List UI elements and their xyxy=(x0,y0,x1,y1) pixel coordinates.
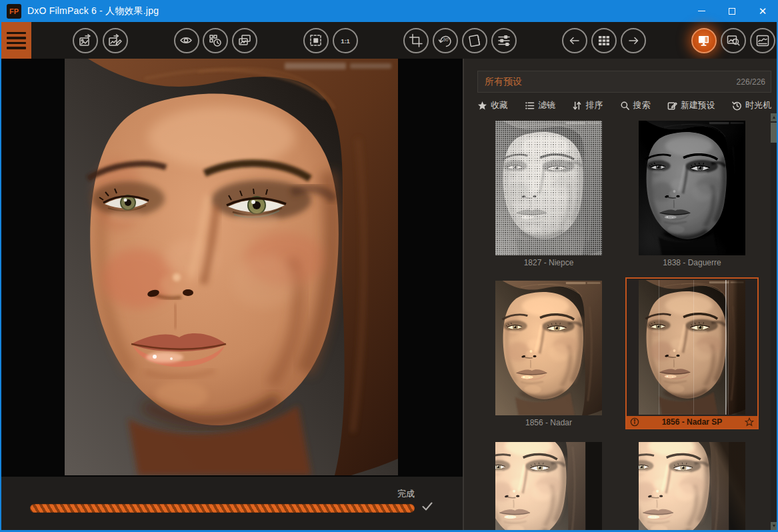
zoom-1-1-button[interactable]: 1:1 xyxy=(333,28,358,53)
export-edit-icon xyxy=(107,33,123,49)
adjustments-button[interactable] xyxy=(491,28,517,53)
main-photo[interactable] xyxy=(65,59,398,475)
preset-thumbnail-image xyxy=(639,442,745,530)
sliders-icon xyxy=(496,33,512,49)
export-to-disk-button[interactable] xyxy=(73,28,98,53)
preset-tile[interactable]: 1827 - Niepce xyxy=(482,117,615,268)
preset-tile[interactable] xyxy=(625,439,759,530)
favorite-star-icon[interactable] xyxy=(745,417,754,429)
preset-thumbnail[interactable] xyxy=(639,121,745,255)
thumbnail-grid-button[interactable] xyxy=(591,28,617,53)
one-to-one-icon: 1:1 xyxy=(337,33,353,49)
preset-thumbnail-image xyxy=(495,281,602,415)
crop-icon xyxy=(408,33,424,49)
titlebar[interactable]: FP DxO FilmPack 6 - 人物效果.jpg ✕ xyxy=(0,0,778,22)
rotate-90-icon: 90° xyxy=(437,33,453,49)
next-image-button[interactable] xyxy=(621,28,646,53)
new-preset-action[interactable]: 新建预设 xyxy=(667,99,715,111)
filter-action[interactable]: 滤镜 xyxy=(525,99,555,111)
frame-perspective-icon xyxy=(467,33,483,49)
sort-action[interactable]: 排序 xyxy=(572,99,603,111)
star-icon xyxy=(477,101,487,111)
fit-to-screen-button[interactable] xyxy=(303,28,329,53)
scrollbar-thumb[interactable] xyxy=(771,123,777,143)
close-button[interactable]: ✕ xyxy=(747,0,778,22)
presets-header[interactable]: 所有预设 226/226 xyxy=(477,71,771,93)
crop-button[interactable] xyxy=(403,28,429,53)
filter-list-icon xyxy=(525,101,535,111)
preset-thumbnail[interactable] xyxy=(495,281,602,415)
preset-tile[interactable] xyxy=(482,439,615,530)
svg-text:90°: 90° xyxy=(443,37,450,42)
preset-tile[interactable]: 1856 - Nadar SP xyxy=(625,277,759,429)
compare-zoom-button[interactable] xyxy=(721,28,746,53)
toolbar: 1:1 90° xyxy=(0,22,778,59)
grid-clock-icon xyxy=(207,33,223,49)
monitor-icon xyxy=(696,33,712,49)
grid-icon xyxy=(596,33,612,49)
arrow-right-icon xyxy=(625,33,641,49)
status-bar: 完成 xyxy=(1,477,463,530)
minimize-button[interactable] xyxy=(686,0,717,22)
progress-done-check-icon xyxy=(421,501,433,515)
favorites-action[interactable]: 收藏 xyxy=(477,99,508,111)
perspective-button[interactable] xyxy=(462,28,487,53)
presets-display-button[interactable] xyxy=(691,28,717,53)
preset-thumbnail[interactable] xyxy=(639,280,745,415)
arrow-left-icon xyxy=(567,33,583,49)
image-viewer[interactable] xyxy=(1,59,463,477)
window-border-left xyxy=(0,22,1,532)
selected-preset-name: 1856 - Nadar SP xyxy=(627,417,757,427)
compare-preview-button[interactable] xyxy=(174,28,199,53)
presets-grid: 1827 - Niepce 1838 - Daguerre 1856 - Nad… xyxy=(482,117,759,530)
export-image-icon xyxy=(77,33,93,49)
preset-thumbnail[interactable] xyxy=(495,442,602,530)
portrait-photo xyxy=(65,59,398,475)
progress-bar xyxy=(30,504,415,513)
scroll-up-button[interactable] xyxy=(771,113,777,121)
app-logo: FP xyxy=(7,4,21,19)
time-machine-action[interactable]: 时光机 xyxy=(732,99,771,111)
preset-thumbnail-image xyxy=(495,121,602,255)
preset-tile[interactable]: 1856 - Nadar xyxy=(482,277,615,429)
search-action[interactable]: 搜索 xyxy=(620,99,651,111)
maximize-button[interactable] xyxy=(717,0,747,22)
sort-label: 排序 xyxy=(585,99,603,111)
time-machine-icon xyxy=(732,101,742,111)
scroll-down-button[interactable] xyxy=(771,522,777,530)
preset-name: 1827 - Niepce xyxy=(482,258,615,268)
preset-name: 1838 - Daguerre xyxy=(625,258,759,268)
photos-stack-icon xyxy=(237,33,253,49)
preset-name: 1856 - Nadar xyxy=(482,418,615,428)
preset-tile[interactable]: 1838 - Daguerre xyxy=(625,117,759,268)
sort-arrows-icon xyxy=(572,101,582,111)
curve-histogram-icon xyxy=(755,33,771,49)
rotate-90-button[interactable]: 90° xyxy=(433,28,458,53)
maximize-icon xyxy=(729,8,735,15)
export-to-app-button[interactable] xyxy=(103,28,128,53)
new-preset-icon xyxy=(667,101,677,111)
selected-preset-footer: 1856 - Nadar SP xyxy=(627,416,757,428)
preset-thumbnail[interactable] xyxy=(495,121,602,255)
presets-count: 226/226 xyxy=(737,77,765,87)
loupe-image-icon xyxy=(725,33,741,49)
menu-button[interactable] xyxy=(1,22,31,59)
preset-thumbnail[interactable] xyxy=(639,442,745,530)
app-window: FP DxO FilmPack 6 - 人物效果.jpg ✕ xyxy=(0,0,778,532)
presets-header-title: 所有预设 xyxy=(485,76,737,88)
new-preset-label: 新建预设 xyxy=(681,99,715,111)
svg-text:1:1: 1:1 xyxy=(341,37,350,45)
histogram-panel-button[interactable] xyxy=(750,28,775,53)
batch-queue-button[interactable] xyxy=(203,28,228,53)
search-label: 搜索 xyxy=(633,99,651,111)
presets-scrollbar[interactable] xyxy=(771,113,777,530)
progress-status-label: 完成 xyxy=(397,488,415,500)
favorites-label: 收藏 xyxy=(491,99,508,111)
close-icon: ✕ xyxy=(759,6,767,16)
image-library-button[interactable] xyxy=(232,28,257,53)
preset-thumbnail-image xyxy=(639,121,745,255)
info-icon[interactable] xyxy=(630,417,639,429)
previous-image-button[interactable] xyxy=(562,28,587,53)
preset-thumbnail-image xyxy=(639,280,745,415)
preset-thumbnail-image xyxy=(495,442,602,530)
